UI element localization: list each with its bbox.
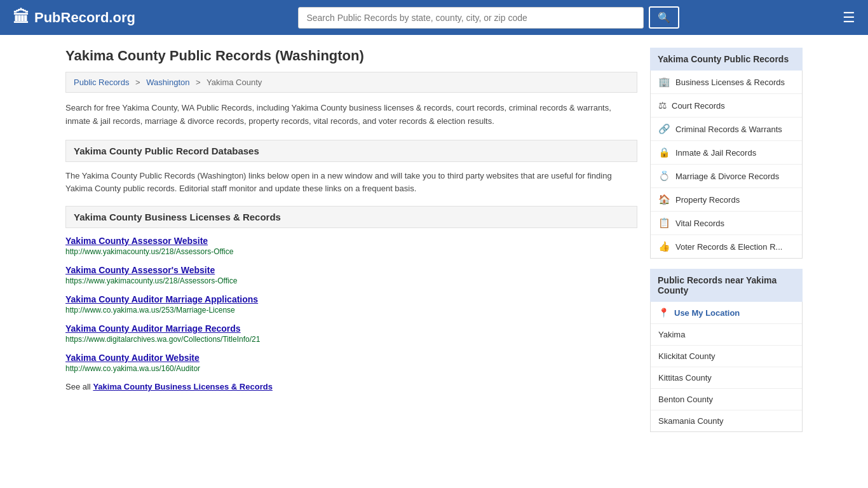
record-entry-2: Yakima County Auditor Marriage Applicati… (65, 294, 637, 315)
see-all-section: See all Yakima County Business Licenses … (65, 382, 637, 391)
hamburger-icon: ☰ (843, 10, 855, 25)
breadcrumb-sep-1: > (135, 78, 140, 87)
databases-section-header: Yakima County Public Record Databases (65, 140, 637, 162)
site-logo[interactable]: 🏛 PubRecord.org (13, 8, 135, 27)
record-title-1[interactable]: Yakima County Assessor's Website (65, 265, 637, 275)
link-icon: 🔗 (658, 123, 670, 135)
sidebar-item-skamania[interactable]: Skamania County (651, 410, 802, 431)
sidebar-item-use-location[interactable]: 📍 Use My Location (651, 302, 802, 324)
see-all-link[interactable]: Yakima County Business Licenses & Record… (93, 382, 273, 391)
benton-label: Benton County (658, 395, 713, 404)
record-title-0[interactable]: Yakima County Assessor Website (65, 236, 637, 246)
search-area: 🔍 (298, 6, 679, 29)
sidebar-item-benton[interactable]: Benton County (651, 389, 802, 410)
use-location-label: Use My Location (674, 308, 740, 318)
sidebar-records-title: Yakima County Public Records (650, 48, 803, 71)
record-url-0[interactable]: http://www.yakimacounty.us/218/Assessors… (65, 247, 637, 256)
klickitat-label: Klickitat County (658, 351, 715, 361)
home-icon: 🏠 (658, 194, 670, 205)
sidebar: Yakima County Public Records 🏢 Business … (650, 48, 803, 442)
databases-description: The Yakima County Public Records (Washin… (65, 170, 637, 196)
search-icon: 🔍 (658, 12, 670, 23)
building-icon: 🏢 (658, 76, 670, 88)
logo-text: PubRecord.org (34, 10, 135, 26)
sidebar-item-label-6: Vital Records (675, 219, 724, 228)
sidebar-item-label-5: Property Records (675, 195, 740, 205)
records-list: Yakima County Assessor Website http://ww… (65, 236, 637, 373)
sidebar-item-vital[interactable]: 📋 Vital Records (651, 212, 802, 235)
sidebar-nearby-title: Public Records near Yakima County (650, 269, 803, 302)
sidebar-nearby-section: Public Records near Yakima County 📍 Use … (650, 269, 803, 432)
business-section-header: Yakima County Business Licenses & Record… (65, 206, 637, 228)
breadcrumb-current: Yakima County (207, 78, 262, 87)
search-button[interactable]: 🔍 (649, 6, 679, 29)
record-entry-1: Yakima County Assessor's Website https:/… (65, 265, 637, 285)
sidebar-item-klickitat[interactable]: Klickitat County (651, 346, 802, 367)
thumbsup-icon: 👍 (658, 241, 670, 252)
page-description: Search for free Yakima County, WA Public… (65, 102, 637, 128)
breadcrumb-sep-2: > (196, 78, 201, 87)
sidebar-item-criminal[interactable]: 🔗 Criminal Records & Warrants (651, 118, 802, 141)
search-input[interactable] (298, 7, 644, 29)
clipboard-icon: 📋 (658, 217, 670, 229)
lock-icon: 🔒 (658, 147, 670, 158)
record-url-4[interactable]: http://www.co.yakima.wa.us/160/Auditor (65, 364, 637, 373)
sidebar-item-court[interactable]: ⚖ Court Records (651, 94, 802, 118)
sidebar-item-label-7: Voter Records & Election R... (675, 242, 782, 252)
kittitas-label: Kittitas County (658, 373, 712, 383)
record-title-4[interactable]: Yakima County Auditor Website (65, 353, 637, 363)
see-all-label: See all (65, 382, 91, 391)
record-url-3[interactable]: https://www.digitalarchives.wa.gov/Colle… (65, 335, 637, 344)
sidebar-item-kittitas[interactable]: Kittitas County (651, 367, 802, 389)
ring-icon: 💍 (658, 170, 670, 182)
sidebar-item-label-4: Marriage & Divorce Records (675, 172, 779, 181)
sidebar-item-label-0: Business Licenses & Records (675, 78, 785, 87)
breadcrumb-public-records[interactable]: Public Records (74, 78, 129, 87)
breadcrumb-washington[interactable]: Washington (146, 78, 189, 87)
sidebar-item-property[interactable]: 🏠 Property Records (651, 188, 802, 212)
sidebar-records-section: Yakima County Public Records 🏢 Business … (650, 48, 803, 259)
record-entry-0: Yakima County Assessor Website http://ww… (65, 236, 637, 256)
menu-button[interactable]: ☰ (843, 10, 855, 26)
page-title: Yakima County Public Records (Washington… (65, 48, 637, 64)
sidebar-item-label-2: Criminal Records & Warrants (675, 125, 782, 134)
sidebar-nearby-list: 📍 Use My Location Yakima Klickitat Count… (650, 302, 803, 432)
record-title-2[interactable]: Yakima County Auditor Marriage Applicati… (65, 294, 637, 304)
sidebar-item-label-1: Court Records (672, 101, 725, 111)
breadcrumb: Public Records > Washington > Yakima Cou… (65, 72, 637, 93)
sidebar-item-yakima[interactable]: Yakima (651, 324, 802, 346)
sidebar-records-list: 🏢 Business Licenses & Records ⚖ Court Re… (650, 71, 803, 259)
record-entry-4: Yakima County Auditor Website http://www… (65, 353, 637, 373)
site-header: 🏛 PubRecord.org 🔍 ☰ (0, 0, 868, 35)
sidebar-item-business[interactable]: 🏢 Business Licenses & Records (651, 71, 802, 94)
record-url-1[interactable]: https://www.yakimacounty.us/218/Assessor… (65, 276, 637, 285)
pin-icon: 📍 (658, 308, 669, 318)
sidebar-item-marriage[interactable]: 💍 Marriage & Divorce Records (651, 165, 802, 188)
sidebar-item-inmate[interactable]: 🔒 Inmate & Jail Records (651, 141, 802, 165)
logo-icon: 🏛 (13, 8, 29, 27)
sidebar-item-voter[interactable]: 👍 Voter Records & Election R... (651, 235, 802, 258)
main-content: Yakima County Public Records (Washington… (65, 48, 637, 442)
record-entry-3: Yakima County Auditor Marriage Records h… (65, 323, 637, 344)
record-title-3[interactable]: Yakima County Auditor Marriage Records (65, 323, 637, 334)
record-url-2[interactable]: http://www.co.yakima.wa.us/253/Marriage-… (65, 306, 637, 315)
scales-icon: ⚖ (658, 100, 667, 111)
sidebar-item-label-3: Inmate & Jail Records (675, 148, 756, 158)
yakima-label: Yakima (658, 330, 685, 339)
main-container: Yakima County Public Records (Washington… (53, 35, 815, 455)
skamania-label: Skamania County (658, 416, 724, 426)
